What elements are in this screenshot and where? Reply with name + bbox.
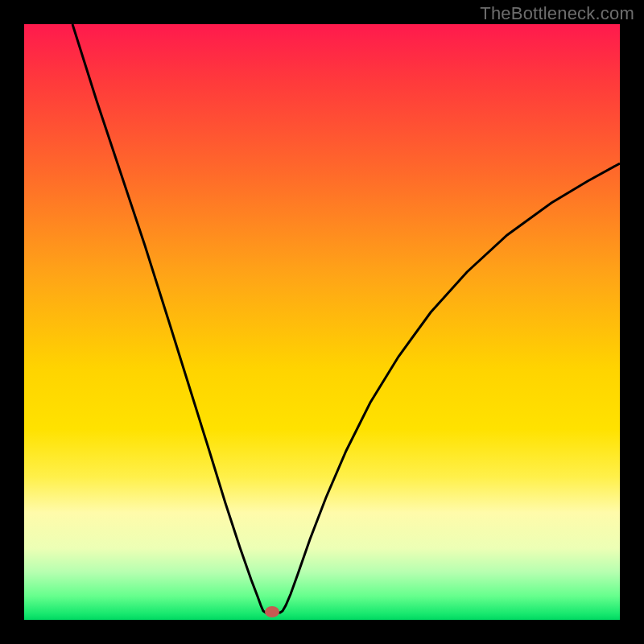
- watermark-text: TheBottleneck.com: [480, 3, 634, 24]
- curve-svg: [24, 24, 620, 620]
- plot-area: [24, 24, 620, 620]
- chart-frame: TheBottleneck.com: [0, 0, 644, 644]
- minimum-marker: [265, 606, 279, 617]
- bottleneck-curve: [72, 24, 620, 613]
